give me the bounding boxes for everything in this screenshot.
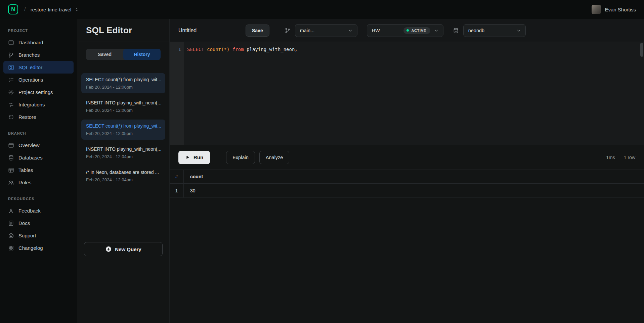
new-query-button[interactable]: New Query	[84, 242, 163, 256]
history-query-text: SELECT count(*) from playing_wit...	[86, 123, 161, 129]
project-selector[interactable]: restore-time-travel	[31, 7, 80, 12]
compute-status-badge: ACTIVE	[403, 27, 430, 34]
sidebar-section-label: BRANCH	[8, 131, 69, 135]
neon-logo[interactable]: N	[8, 4, 18, 14]
sidebar-item-dashboard[interactable]: Dashboard	[3, 36, 74, 49]
sidebar-item-label: Branches	[18, 52, 40, 58]
project-name: restore-time-travel	[31, 7, 72, 12]
sidebar-item-label: Project settings	[18, 89, 53, 95]
query-tab-title: Untitled	[178, 28, 246, 34]
sidebar-section-label: RESOURCES	[8, 197, 69, 201]
branches-icon	[8, 52, 14, 58]
neon-logo-letter: N	[11, 6, 15, 12]
line-number: 1	[178, 47, 181, 52]
explain-button[interactable]: Explain	[226, 151, 255, 164]
editor-topbar: Untitled Save main... RW ACTIVE	[170, 19, 644, 42]
avatar	[592, 5, 601, 14]
history-timestamp: Feb 20, 2024 - 12:04pm	[86, 177, 161, 182]
results-header-index: #	[170, 170, 184, 183]
sidebar-item-project-settings[interactable]: Project settings	[3, 86, 74, 98]
sidebar-item-label: Feedback	[18, 208, 41, 214]
sidebar-item-label: SQL editor	[18, 64, 42, 70]
breadcrumb-separator: /	[24, 6, 26, 13]
sidebar-item-support[interactable]: Support	[3, 229, 74, 242]
sidebar-item-restore[interactable]: Restore	[3, 111, 74, 123]
integrations-icon	[8, 102, 14, 108]
chevron-updown-icon	[74, 7, 79, 12]
sidebar-item-changelog[interactable]: Changelog	[3, 242, 74, 254]
code-token: playing_with_neon;	[244, 47, 298, 52]
context-selectors: main... RW ACTIVE neondb	[275, 19, 526, 42]
code-line[interactable]: SELECT count(*) from playing_with_neon;	[184, 42, 644, 145]
sidebar-item-sql-editor[interactable]: SQL editor	[3, 61, 74, 74]
run-button[interactable]: Run	[178, 151, 210, 164]
history-item[interactable]: SELECT count(*) from playing_wit...Feb 2…	[81, 120, 165, 140]
sidebar-item-integrations[interactable]: Integrations	[3, 98, 74, 111]
history-item[interactable]: /* In Neon, databases are stored ...Feb …	[81, 166, 165, 186]
query-panel-footer: New Query	[77, 237, 169, 261]
sidebar-item-label: Integrations	[18, 102, 45, 107]
tab-saved[interactable]: Saved	[86, 49, 123, 60]
tab-history[interactable]: History	[123, 49, 161, 60]
new-query-label: New Query	[115, 246, 141, 252]
sidebar-item-feedback[interactable]: Feedback	[3, 204, 74, 217]
query-duration: 1ms	[606, 155, 615, 160]
sidebar-item-label: Changelog	[18, 245, 43, 251]
history-timestamp: Feb 20, 2024 - 12:05pm	[86, 131, 161, 136]
history-timestamp: Feb 20, 2024 - 12:06pm	[86, 85, 161, 90]
sidebar-item-docs[interactable]: Docs	[3, 217, 74, 229]
settings-icon	[8, 89, 14, 95]
sidebar-item-label: Databases	[18, 155, 43, 160]
history-query-text: /* In Neon, databases are stored ...	[86, 170, 161, 175]
history-query-text: INSERT INTO playing_with_neon(...	[86, 146, 161, 152]
history-list: SELECT count(*) from playing_wit...Feb 2…	[77, 67, 169, 237]
save-button[interactable]: Save	[246, 25, 269, 37]
line-number-gutter: 1	[170, 42, 184, 145]
database-icon	[453, 28, 459, 34]
analyze-button[interactable]: Analyze	[259, 151, 290, 164]
database-select-value: neondb	[468, 28, 484, 33]
user-menu[interactable]: Evan Shortiss	[592, 5, 636, 14]
code-token: SELECT	[187, 47, 204, 52]
plus-circle-icon	[105, 246, 112, 252]
roles-icon	[8, 180, 14, 186]
branch-select-value: main...	[300, 28, 315, 33]
docs-icon	[8, 220, 14, 226]
sidebar-item-label: Overview	[18, 142, 40, 148]
code-token: count	[207, 47, 221, 52]
sidebar-item-roles[interactable]: Roles	[3, 176, 74, 189]
compute-select[interactable]: RW ACTIVE	[367, 24, 443, 37]
branch-icon	[285, 28, 291, 34]
history-timestamp: Feb 20, 2024 - 12:04pm	[86, 154, 161, 159]
sidebar-item-operations[interactable]: Operations	[3, 74, 74, 86]
editor-scrollbar[interactable]	[640, 43, 643, 57]
database-select[interactable]: neondb	[463, 24, 526, 37]
results-row[interactable]: 130	[170, 184, 644, 198]
history-item[interactable]: INSERT INTO playing_with_neon(...Feb 20,…	[81, 143, 165, 163]
top-header: N / restore-time-travel Evan Shortiss	[0, 0, 644, 19]
branch-select[interactable]: main...	[295, 24, 357, 37]
sidebar-item-databases[interactable]: Databases	[3, 151, 74, 164]
query-row-count: 1 row	[624, 155, 635, 160]
results-header-row: #count	[170, 170, 644, 184]
status-dot	[406, 29, 409, 32]
chevron-down-icon	[516, 28, 521, 33]
overview-icon	[8, 142, 14, 148]
code-token	[229, 47, 232, 52]
changelog-icon	[8, 245, 14, 251]
code-token: from	[232, 47, 244, 52]
history-item[interactable]: INSERT INTO playing_with_neon(...Feb 20,…	[81, 96, 165, 117]
results-cell-value: 30	[184, 184, 196, 197]
query-panel-header: SQL Editor	[77, 19, 169, 42]
chevron-down-icon	[434, 28, 439, 33]
code-editor[interactable]: 1 SELECT count(*) from playing_with_neon…	[170, 42, 644, 145]
sidebar-item-label: Roles	[18, 180, 31, 185]
app-root: N / restore-time-travel Evan Shortiss PR…	[0, 0, 644, 323]
sidebar-item-branches[interactable]: Branches	[3, 49, 74, 61]
dashboard-icon	[8, 40, 14, 46]
sidebar-item-overview[interactable]: Overview	[3, 139, 74, 151]
sidebar-nav: PROJECTDashboardBranchesSQL editorOperat…	[3, 29, 74, 254]
history-item[interactable]: SELECT count(*) from playing_wit...Feb 2…	[81, 73, 165, 93]
page-title: SQL Editor	[86, 25, 132, 36]
sidebar-item-tables[interactable]: Tables	[3, 164, 74, 176]
